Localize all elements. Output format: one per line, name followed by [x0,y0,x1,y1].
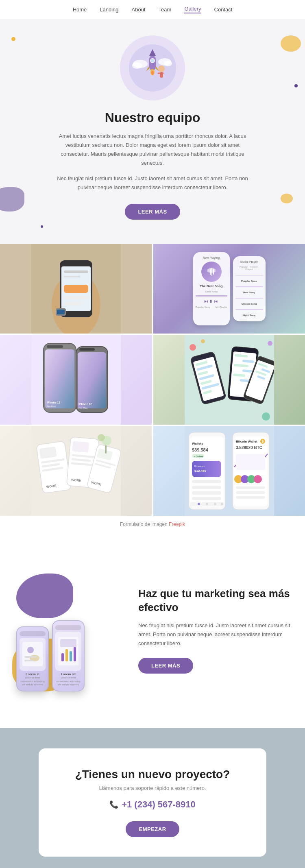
cta-empezar-button[interactable]: EMPEZAR [126,821,179,837]
marketing-title: Haz que tu marketing sea más efectivo [138,587,297,615]
gallery-grid: Now Playing The Best Song Some Artist ⏮ … [0,244,305,516]
hero-paragraph-2: Nec feugiat nisl pretium fusce id. Justo… [55,174,250,192]
svg-point-4 [164,61,172,66]
svg-point-12 [151,71,154,75]
phone-2-sublabel: Dolor sit amet consectetur adipiscing el… [55,676,81,686]
hero-section: Nuestro equipo Amet luctus venenatis lec… [0,19,305,244]
cta-phone-number: 📞 +1 (234) 567-8910 [52,799,253,810]
marketing-section: Lorem si Dolor sit amet consectetur adip… [0,533,305,728]
navigation: Home Landing About Team Gallery Contact [0,0,305,19]
svg-rect-100 [192,480,221,483]
svg-rect-33 [47,345,63,348]
phone-screen-graphic [22,642,43,666]
svg-rect-24 [64,302,82,305]
svg-text:Bitcoin Wallet: Bitcoin Wallet [236,440,257,443]
svg-rect-133 [74,647,76,661]
freepik-link[interactable]: Freepik [169,521,185,527]
purple-blob [16,574,73,618]
svg-text:+ Online: + Online [194,455,204,458]
gallery-cell-cards: WORK WORK WORK [0,426,152,516]
gallery-cell-iphone: iPhone 12 Pro Max iPhone 12 Pro M [0,335,152,425]
cta-subtitle: Llámenos para soporte rápido a este núme… [52,785,253,791]
blob-decoration-yellow2 [281,194,293,203]
svg-point-13 [158,65,165,72]
svg-text:3.529020 BTC: 3.529020 BTC [236,445,262,450]
dot-decoration [11,37,15,41]
dot-decoration-3 [41,225,43,228]
marketing-content: Lorem si Dolor sit amet consectetur adip… [0,541,305,720]
hero-illustration-circle [120,35,185,100]
marketing-text-area: Haz que tu marketing sea más efectivo Ne… [138,587,297,674]
svg-point-108 [221,503,223,505]
svg-point-124 [27,647,34,653]
svg-rect-101 [192,486,221,489]
svg-point-119 [254,475,262,483]
svg-rect-26 [57,310,65,314]
hero-cta-button[interactable]: LEER MÁS [125,204,180,220]
svg-rect-115 [236,454,265,470]
marketing-illustration: Lorem si Dolor sit amet consectetur adip… [8,565,122,696]
cards-illustration: WORK WORK WORK [31,426,121,516]
gallery-cell-chat [153,335,305,425]
wallet-illustration: Wallets $39.584 + Online Ethereum $12.45… [185,426,274,516]
nav-item-contact[interactable]: Contact [214,7,233,13]
svg-rect-37 [78,352,106,408]
nav-item-team[interactable]: Team [159,7,172,13]
svg-text:Pro Max: Pro Max [47,405,56,408]
phone-1-label: Lorem si [26,672,39,676]
nav-item-about[interactable]: About [132,7,146,13]
nav-item-landing[interactable]: Landing [100,7,118,13]
svg-rect-28 [211,268,212,276]
svg-point-10 [151,59,154,62]
svg-rect-129 [60,639,76,647]
svg-rect-132 [70,651,72,661]
blob-decoration [0,187,24,212]
nav-item-gallery[interactable]: Gallery [184,6,201,13]
cta-title: ¿Tienes un nuevo proyecto? [52,768,253,781]
svg-rect-131 [65,649,68,661]
svg-point-88 [98,434,105,441]
chat-illustration [185,335,274,425]
svg-text:Wallets: Wallets [192,442,203,445]
svg-rect-21 [64,276,80,277]
svg-rect-122 [236,496,265,499]
phone-mockup-1: Lorem si Dolor sit amet consectetur adip… [16,626,49,691]
phone-screen-graphic-2 [58,637,78,665]
gallery-cell-wallet: Wallets $39.584 + Online Ethereum $12.45… [153,426,305,516]
gallery-cell-music-app: Now Playing The Best Song Some Artist ⏮ … [153,244,305,334]
svg-text:Ethereum: Ethereum [194,465,205,467]
svg-rect-20 [64,270,88,273]
svg-rect-120 [236,486,265,489]
gallery-caption: Formulario de imagen Freepik [0,516,305,533]
svg-point-65 [190,344,196,351]
svg-rect-22 [64,285,88,293]
svg-point-106 [206,503,208,505]
music-phone-card-2: Music Player Popular · Recent · Played P… [233,256,266,321]
phone-icon: 📞 [109,800,118,809]
svg-rect-103 [192,497,221,500]
phone-2-label: Lorem sit [61,672,76,676]
music-phone-card: Now Playing The Best Song Some Artist ⏮ … [193,252,230,325]
hero-title: Nuestro equipo [105,110,200,125]
svg-rect-123 [22,642,43,666]
svg-point-68 [268,341,272,346]
svg-point-107 [214,503,216,505]
svg-point-67 [262,412,270,421]
svg-text:$12.450: $12.450 [194,469,206,473]
svg-rect-130 [61,653,64,661]
svg-point-2 [132,62,142,69]
nav-item-home[interactable]: Home [73,7,87,13]
cta-section: ¿Tienes un nuevo proyecto? Llámenos para… [0,728,305,868]
hero-paragraph-1: Amet luctus venenatis lectus magna fring… [55,132,250,168]
dot-decoration-2 [294,84,298,87]
blob-decoration-yellow [281,35,301,52]
phones-group: Lorem si Dolor sit amet consectetur adip… [16,620,85,691]
svg-rect-127 [24,660,33,661]
svg-rect-102 [192,491,221,495]
svg-rect-89 [105,445,107,454]
svg-text:iPhone 12: iPhone 12 [78,403,92,406]
svg-text:iPhone 12: iPhone 12 [47,401,60,404]
gallery-section: Now Playing The Best Song Some Artist ⏮ … [0,244,305,533]
phone-mockup-2: Lorem sit Dolor sit amet consectetur adi… [52,620,85,691]
marketing-cta-button[interactable]: LEER MÁS [138,658,193,674]
